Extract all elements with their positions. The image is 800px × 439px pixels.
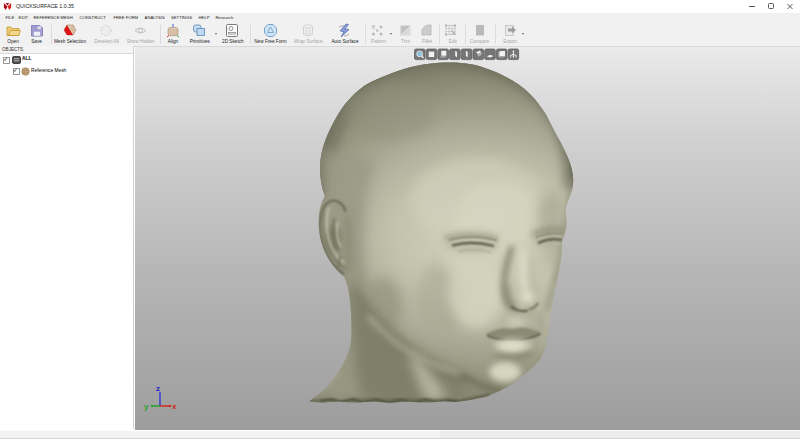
svg-text:z: z — [156, 384, 160, 393]
svg-text:x: x — [172, 402, 177, 411]
svg-text:y: y — [144, 402, 149, 411]
